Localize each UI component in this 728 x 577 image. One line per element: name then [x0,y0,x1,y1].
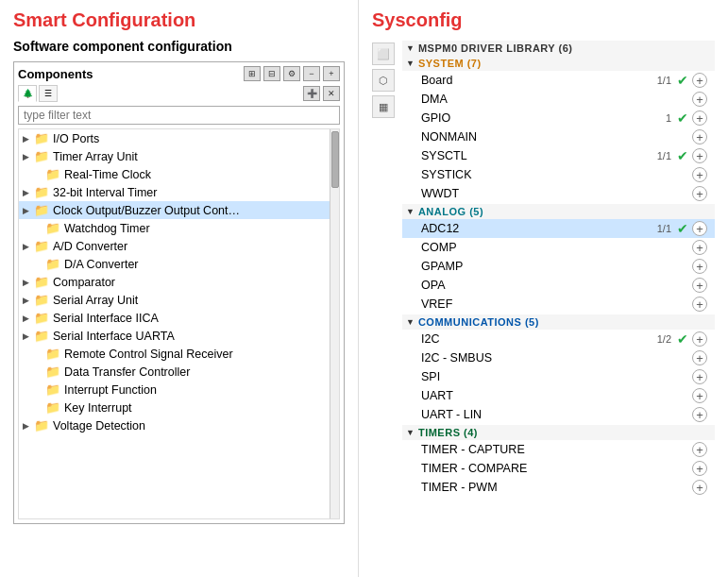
tree-item[interactable]: ▶📁Timer Array Unit [19,147,339,165]
plus-button[interactable]: + [692,259,707,274]
remove-action-icon[interactable]: ✕ [323,86,340,101]
sys-item[interactable]: SYSTICK+ [402,165,715,184]
section-header[interactable]: ▼COMMUNICATIONS (5) [402,314,715,330]
network-icon[interactable]: ⬡ [372,69,395,92]
tree-item[interactable]: ▶📁Serial Interface UARTA [19,327,339,345]
sys-item-name: UART [421,389,658,402]
plus-button[interactable]: + [692,350,707,365]
plus-button[interactable]: + [692,407,707,422]
tabs-row: 🌲 ☰ ➕ ✕ [18,85,340,102]
plus-button[interactable]: + [692,369,707,384]
section-label: SYSTEM (7) [418,58,482,69]
sys-item[interactable]: I2C1/2✔+ [402,330,715,348]
sys-item[interactable]: TIMER - PWM+ [402,478,715,497]
sys-item[interactable]: Board1/1✔+ [402,71,715,90]
tree-item[interactable]: ▶📁Serial Array Unit [19,291,339,309]
scrollbar-thumb[interactable] [331,131,339,188]
tree-item[interactable]: 📁Remote Control Signal Receiver [19,345,339,363]
tab-list[interactable]: ☰ [39,85,58,102]
expand-icon[interactable]: ⊞ [244,66,261,81]
plus-button[interactable]: + [692,110,707,126]
minus-btn[interactable]: − [303,66,320,81]
tree-item[interactable]: ▶📁32-bit Interval Timer [19,183,339,201]
tree-item[interactable]: ▶📁Clock Output/Buzzer Output Cont… [19,201,339,219]
folder-icon: 📁 [45,400,60,415]
filter-input[interactable] [18,106,340,125]
plus-button[interactable]: + [692,221,707,236]
tree-item[interactable]: ▶📁Serial Interface IICA [19,309,339,327]
plus-button[interactable]: + [692,388,707,403]
section-arrow: ▼ [406,207,415,216]
sys-item[interactable]: DMA+ [402,90,715,109]
sys-item[interactable]: SYSCTL1/1✔+ [402,146,715,165]
sys-item[interactable]: SPI+ [402,367,715,386]
sys-tree: ▼ MSPM0 DRIVER LIBRARY (6) ▼SYSTEM (7)Bo… [402,41,715,498]
sys-item[interactable]: NONMAIN+ [402,127,715,146]
tree-item[interactable]: 📁D/A Converter [19,255,339,273]
table-icon[interactable]: ▦ [372,95,395,118]
plus-button[interactable]: + [692,186,707,201]
plus-button[interactable]: + [692,73,707,88]
scrollbar[interactable] [330,129,339,518]
tree-item[interactable]: 📁Watchdog Timer [19,219,339,237]
check-icon: ✔ [677,331,688,347]
plus-comp-btn[interactable]: + [323,66,340,81]
plus-button[interactable]: + [692,480,707,495]
sys-item-name: ADC12 [421,222,643,235]
folder-icon: 📁 [45,365,60,379]
section-header[interactable]: ▼SYSTEM (7) [402,56,715,71]
left-panel: Smart Configuration Software component c… [0,0,359,577]
plus-button[interactable]: + [692,297,707,312]
section-header[interactable]: ▼TIMERS (4) [402,425,715,440]
sys-section: ▼SYSTEM (7)Board1/1✔+DMA+GPIO1✔+NONMAIN+… [402,56,715,203]
plus-button[interactable]: + [692,331,707,347]
sys-item[interactable]: TIMER - CAPTURE+ [402,440,715,459]
right-title: Sysconfig [372,9,715,31]
tree-item[interactable]: ▶📁Voltage Detection [19,416,339,434]
tree-item[interactable]: 📁Data Transfer Controller [19,363,339,381]
section-label: TIMERS (4) [418,427,478,438]
sys-item[interactable]: OPA+ [402,276,715,295]
sys-item[interactable]: TIMER - COMPARE+ [402,459,715,478]
sys-item[interactable]: VREF+ [402,295,715,314]
sys-item[interactable]: UART+ [402,386,715,405]
chip-icon[interactable]: ⬜ [372,42,395,65]
plus-button[interactable]: + [692,92,707,107]
tab-tree[interactable]: 🌲 [18,85,37,102]
plus-button[interactable]: + [692,461,707,476]
sys-item[interactable]: GPAMP+ [402,257,715,276]
tree-item-label: Serial Interface IICA [53,312,159,325]
collapse-icon[interactable]: ⊟ [263,66,280,81]
tree-item[interactable]: 📁Real-Time Clock [19,165,339,183]
plus-button[interactable]: + [692,129,707,144]
library-root[interactable]: ▼ MSPM0 DRIVER LIBRARY (6) [402,41,715,56]
plus-button[interactable]: + [692,442,707,457]
tree-item[interactable]: 📁Key Interrupt [19,399,339,416]
section-header[interactable]: ▼ANALOG (5) [402,204,715,219]
tree-item-label: Interrupt Function [64,383,157,397]
filter-icon[interactable]: ⚙ [283,66,300,81]
components-toolbar: ⊞ ⊟ ⚙ − + [244,66,340,81]
plus-button[interactable]: + [692,278,707,293]
tree-item[interactable]: 📁Interrupt Function [19,381,339,399]
sysconfig-container: ⬜ ⬡ ▦ ▼ MSPM0 DRIVER LIBRARY (6) ▼SYSTEM… [372,41,715,498]
sys-item[interactable]: COMP+ [402,238,715,257]
sys-item[interactable]: WWDT+ [402,184,715,203]
sys-item[interactable]: I2C - SMBUS+ [402,348,715,367]
tree-item[interactable]: ▶📁A/D Converter [19,237,339,255]
sys-item-name: SPI [421,370,658,383]
folder-icon: 📁 [45,167,60,181]
plus-button[interactable]: + [692,167,707,182]
plus-button[interactable]: + [692,240,707,255]
tree-items: ▶📁I/O Ports▶📁Timer Array Unit📁Real-Time … [19,129,339,434]
plus-button[interactable]: + [692,148,707,163]
components-header: Components ⊞ ⊟ ⚙ − + [18,66,340,81]
sys-item[interactable]: ADC121/1✔+ [402,219,715,238]
add-action-icon[interactable]: ➕ [303,86,320,101]
sys-item-name: UART - LIN [421,408,658,421]
tree-item[interactable]: ▶📁Comparator [19,273,339,291]
sys-item[interactable]: UART - LIN+ [402,405,715,424]
sys-item-name: SYSCTL [421,149,643,162]
sys-item[interactable]: GPIO1✔+ [402,109,715,127]
tree-item[interactable]: ▶📁I/O Ports [19,129,339,147]
